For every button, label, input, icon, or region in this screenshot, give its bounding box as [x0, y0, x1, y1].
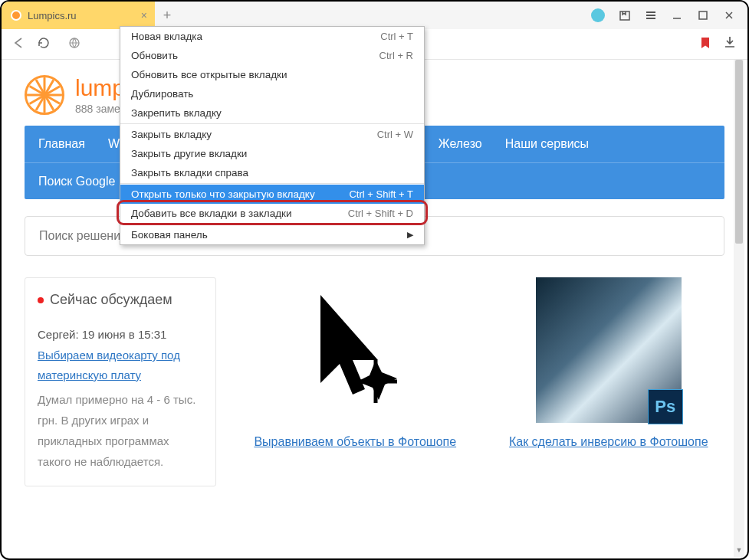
scroll-down-icon[interactable]: ▼ — [734, 546, 744, 557]
menu-item-shortcut: Ctrl + Shift + T — [349, 188, 413, 200]
menu-item-shortcut: Ctrl + R — [379, 50, 413, 61]
context-menu-item[interactable]: Закрыть другие вкладки — [120, 144, 424, 163]
context-menu-item[interactable]: Новая вкладкаCtrl + T — [120, 27, 424, 46]
comment-link[interactable]: Выбираем видеокарту под материнскую плат… — [38, 349, 180, 382]
context-menu-item[interactable]: Обновить все открытые вкладки — [120, 65, 424, 84]
menu-item-label: Новая вкладка — [131, 31, 202, 42]
context-menu-item[interactable]: Дублировать — [120, 84, 424, 103]
submenu-arrow-icon: ▶ — [407, 230, 413, 240]
article-title[interactable]: Выравниваем объекты в Фотошопе — [254, 435, 456, 448]
menu-separator — [120, 224, 424, 224]
scrollbar[interactable]: ▲ ▼ — [734, 60, 744, 557]
reload-button[interactable] — [37, 36, 50, 52]
menu-item-label: Закрепить вкладку — [131, 107, 222, 119]
menu-separator — [120, 183, 424, 184]
menu-item-label: Закрыть другие вкладки — [131, 148, 247, 159]
scroll-thumb[interactable] — [735, 60, 743, 244]
menu-icon[interactable] — [645, 9, 657, 21]
tab-title: Lumpics.ru — [28, 10, 77, 21]
menu-item-shortcut: Ctrl + T — [380, 31, 413, 42]
minimize-button[interactable] — [671, 9, 683, 21]
window-controls — [591, 2, 747, 29]
new-tab-button[interactable]: + — [155, 2, 179, 29]
favicon-icon — [11, 10, 21, 21]
live-dot-icon — [38, 297, 44, 303]
close-button[interactable] — [723, 9, 735, 21]
menu-item-label: Обновить — [131, 50, 178, 61]
bookmark-icon[interactable] — [700, 37, 711, 51]
nav-item[interactable]: Наши сервисы — [505, 137, 589, 151]
discussion-heading: Сейчас обсуждаем — [38, 292, 203, 308]
menu-item-shortcut: Ctrl + W — [377, 129, 413, 140]
menu-item-label: Боковая панель — [131, 229, 208, 241]
svg-rect-1 — [699, 11, 707, 19]
collections-icon[interactable] — [619, 9, 631, 21]
menu-item-label: Обновить все открытые вкладки — [131, 69, 287, 80]
titlebar: Lumpics.ru × + — [2, 2, 747, 29]
context-menu-item[interactable]: Добавить все вкладки в закладкиCtrl + Sh… — [120, 204, 424, 223]
tab-close-icon[interactable]: × — [141, 9, 147, 21]
back-button[interactable] — [12, 37, 25, 52]
menu-item-shortcut: Ctrl + Shift + D — [348, 208, 413, 219]
context-menu-item[interactable]: Закрыть вкладки справа — [120, 163, 424, 182]
menu-item-label: Добавить все вкладки в закладки — [131, 208, 292, 219]
context-menu-item[interactable]: Закрепить вкладку — [120, 103, 424, 123]
discussion-widget: Сейчас обсуждаем Сергей: 19 июня в 15:31… — [25, 277, 216, 486]
comment-meta: Сергей: 19 июня в 15:31 — [38, 328, 203, 341]
svg-rect-0 — [620, 11, 629, 20]
article-thumb — [282, 277, 428, 423]
menu-item-label: Дублировать — [131, 88, 193, 100]
article-thumb: Ps — [536, 277, 682, 423]
context-menu-item[interactable]: ОбновитьCtrl + R — [120, 46, 424, 65]
comment-body: Думал примерно на 4 - 6 тыс. грн. В друг… — [38, 389, 203, 472]
ps-badge-icon: Ps — [648, 389, 683, 424]
menu-item-label: Закрыть вкладку — [131, 129, 212, 140]
article-card[interactable]: Выравниваем объекты в Фотошопе — [239, 277, 471, 486]
menu-item-label: Открыть только что закрытую вкладку — [131, 188, 315, 200]
nav-item[interactable]: Поиск Google — [38, 175, 115, 188]
maximize-button[interactable] — [697, 9, 709, 21]
assistant-icon[interactable] — [591, 8, 605, 22]
menu-item-label: Закрыть вкладки справа — [131, 167, 248, 178]
menu-separator — [120, 123, 424, 124]
article-card[interactable]: Ps Как сделать инверсию в Фотошопе — [493, 277, 725, 486]
nav-item[interactable]: Главная — [38, 137, 85, 151]
site-logo-icon — [25, 75, 64, 115]
tab-context-menu: Новая вкладкаCtrl + TОбновитьCtrl + RОбн… — [120, 26, 425, 245]
context-menu-item[interactable]: Открыть только что закрытую вкладкуCtrl … — [120, 185, 424, 204]
article-title[interactable]: Как сделать инверсию в Фотошопе — [509, 435, 708, 448]
context-menu-item[interactable]: Закрыть вкладкуCtrl + W — [120, 125, 424, 144]
site-info-icon[interactable] — [68, 37, 80, 51]
browser-tab[interactable]: Lumpics.ru × — [2, 2, 155, 29]
context-menu-item[interactable]: Боковая панель▶ — [120, 225, 424, 244]
nav-item[interactable]: Железо — [439, 137, 482, 151]
downloads-icon[interactable] — [723, 35, 737, 53]
